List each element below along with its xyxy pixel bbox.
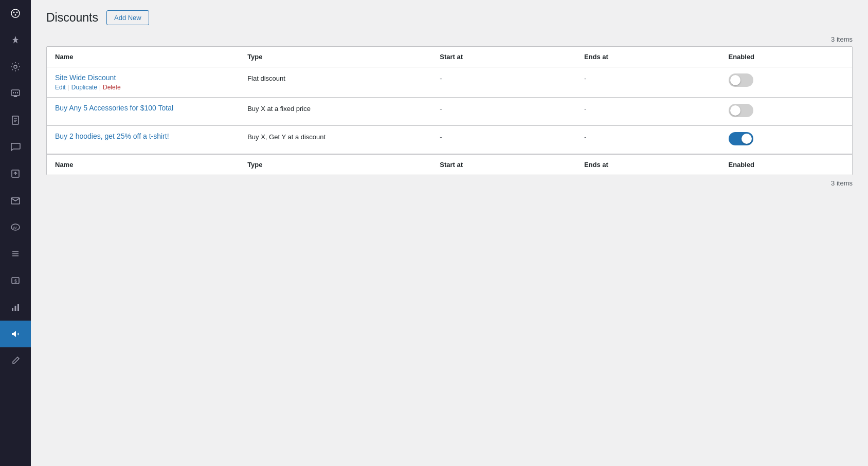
page-title: Discounts — [46, 11, 98, 25]
col-header-enabled: Enabled — [729, 53, 844, 61]
row-actions-1: Edit | Duplicate | Delete — [55, 84, 247, 91]
sidebar-item-comment[interactable] — [0, 134, 31, 160]
toggle-thumb-2 — [730, 105, 740, 116]
items-count-bottom: 3 items — [46, 179, 853, 187]
col-footer-type: Type — [247, 161, 440, 169]
col-header-name: Name — [55, 53, 247, 61]
col-start-3: - — [440, 132, 584, 141]
col-start-2: - — [440, 104, 584, 113]
sidebar-item-megaphone[interactable] — [0, 321, 31, 347]
page-header: Discounts Add New — [46, 10, 853, 25]
col-ends-3: - — [584, 132, 729, 141]
discount-name-col: Site Wide Discount Edit | Duplicate | De… — [55, 73, 247, 91]
table-header-row: Name Type Start at Ends at Enabled — [47, 47, 852, 67]
discount-table: Name Type Start at Ends at Enabled Site … — [46, 46, 853, 175]
col-footer-enabled: Enabled — [729, 161, 844, 169]
sidebar-item-settings[interactable] — [0, 53, 31, 80]
duplicate-action-1[interactable]: Duplicate — [71, 84, 97, 91]
col-start-1: - — [440, 73, 584, 82]
col-enabled-3 — [729, 132, 844, 147]
sidebar-item-export[interactable] — [0, 160, 31, 187]
add-new-button[interactable]: Add New — [106, 10, 149, 25]
sep-1: | — [68, 84, 69, 91]
discount-name-col-3: Buy 2 hoodies, get 25% off a t-shirt! — [55, 132, 247, 140]
sidebar-item-chart[interactable] — [0, 294, 31, 321]
sidebar-item-mail[interactable] — [0, 187, 31, 214]
sidebar-item-page[interactable] — [0, 107, 31, 134]
table-row: Buy Any 5 Accessories for $100 Total Buy… — [47, 98, 852, 126]
edit-action-1[interactable]: Edit — [55, 84, 66, 91]
items-count-top: 3 items — [46, 35, 853, 43]
sidebar: W $ — [0, 0, 31, 466]
svg-rect-24 — [17, 304, 19, 311]
col-type-3: Buy X, Get Y at a discount — [247, 132, 440, 141]
col-footer-start: Start at — [440, 161, 584, 169]
toggle-thumb-3 — [742, 134, 752, 144]
col-enabled-1 — [729, 73, 844, 89]
table-row: Site Wide Discount Edit | Duplicate | De… — [47, 67, 852, 98]
col-footer-ends: Ends at — [584, 161, 729, 169]
table-footer-row: Name Type Start at Ends at Enabled — [47, 154, 852, 175]
svg-text:W: W — [13, 226, 17, 230]
sidebar-item-pin[interactable] — [0, 27, 31, 53]
toggle-3[interactable] — [729, 132, 753, 145]
sidebar-item-chat[interactable] — [0, 80, 31, 107]
svg-text:$: $ — [14, 278, 17, 284]
toggle-thumb-1 — [730, 75, 740, 85]
svg-point-1 — [13, 12, 15, 13]
col-type-2: Buy X at a fixed price — [247, 104, 440, 113]
sidebar-item-woo[interactable]: W — [0, 214, 31, 240]
col-header-ends: Ends at — [584, 53, 729, 61]
svg-point-0 — [11, 9, 20, 17]
svg-point-4 — [14, 65, 17, 68]
col-type-1: Flat discount — [247, 73, 440, 82]
svg-rect-8 — [17, 92, 18, 94]
toggle-1[interactable] — [729, 73, 753, 87]
col-ends-1: - — [584, 73, 729, 82]
discount-name-link-1[interactable]: Site Wide Discount — [55, 73, 247, 82]
svg-rect-6 — [13, 92, 14, 94]
sep-2: | — [99, 84, 101, 91]
main-content: Discounts Add New 3 items Name Type Star… — [31, 0, 868, 466]
svg-point-2 — [16, 12, 18, 13]
col-ends-2: - — [584, 104, 729, 113]
discount-name-link-2[interactable]: Buy Any 5 Accessories for $100 Total — [55, 104, 247, 112]
sidebar-item-list[interactable] — [0, 240, 31, 267]
sidebar-item-dollar[interactable]: $ — [0, 267, 31, 294]
discount-name-link-3[interactable]: Buy 2 hoodies, get 25% off a t-shirt! — [55, 132, 247, 140]
svg-rect-23 — [15, 306, 16, 311]
sidebar-item-palette[interactable] — [0, 0, 31, 27]
discount-name-col-2: Buy Any 5 Accessories for $100 Total — [55, 104, 247, 112]
delete-action-1[interactable]: Delete — [103, 84, 121, 91]
svg-rect-7 — [15, 92, 16, 94]
col-header-type: Type — [247, 53, 440, 61]
col-header-start: Start at — [440, 53, 584, 61]
svg-point-3 — [15, 14, 16, 16]
table-row: Buy 2 hoodies, get 25% off a t-shirt! Bu… — [47, 126, 852, 154]
col-enabled-2 — [729, 104, 844, 119]
toggle-2[interactable] — [729, 104, 753, 117]
sidebar-item-pen[interactable] — [0, 347, 31, 374]
col-footer-name: Name — [55, 161, 247, 169]
svg-rect-22 — [12, 308, 13, 311]
